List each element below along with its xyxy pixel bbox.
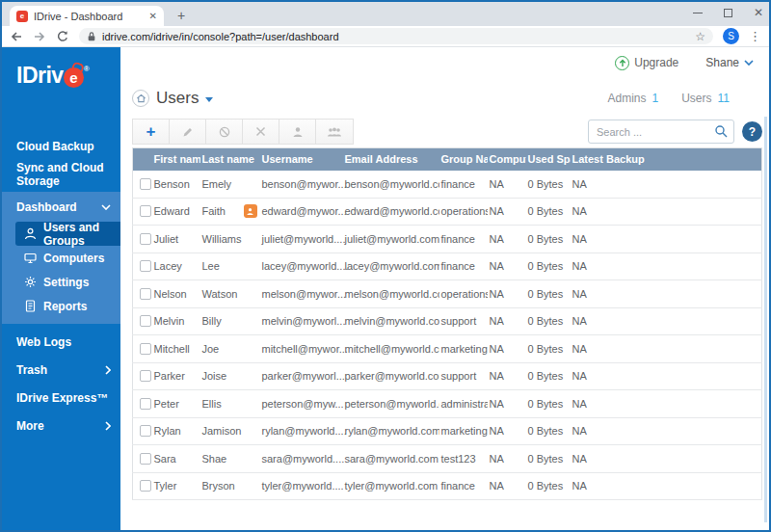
row-checkbox[interactable] <box>140 205 151 217</box>
row-checkbox[interactable] <box>140 480 151 492</box>
x-icon <box>255 126 266 137</box>
sidebar-item-trash[interactable]: Trash <box>2 356 120 384</box>
column-latest-backup[interactable]: Latest Backup <box>571 148 762 171</box>
table-row[interactable]: Melvin Billy melvin@myworl... melvin@myw… <box>133 307 762 335</box>
column-last-name[interactable]: Last name <box>200 148 260 171</box>
column-computers[interactable]: Computers <box>488 148 526 171</box>
cell-email: tyler@myworld.com <box>343 472 439 500</box>
cell-first-name: Nelson <box>152 280 200 308</box>
table-row[interactable]: Lacey Lee lacey@myworld.... lacey@myworl… <box>133 253 762 280</box>
row-checkbox[interactable] <box>140 425 151 437</box>
table-row[interactable]: Tyler Bryson tyler@myworld.... tyler@myw… <box>133 472 762 500</box>
window-minimize-icon[interactable] <box>693 13 703 13</box>
browser-tab[interactable]: e IDrive - Dashboard ✕ <box>10 6 164 26</box>
upgrade-arrow-icon <box>615 56 629 70</box>
new-tab-button[interactable]: + <box>173 8 189 23</box>
url-field[interactable]: idrive.com/idrive/in/console?path=/user/… <box>79 28 713 44</box>
profile-avatar[interactable]: S <box>723 28 739 44</box>
row-checkbox[interactable] <box>140 453 151 465</box>
cell-group-name: finance <box>439 171 488 199</box>
cell-last-name: Bryson <box>200 472 260 500</box>
sidebar-dashboard-section: Dashboard Users and Groups Computers Set… <box>2 192 120 324</box>
row-checkbox[interactable] <box>140 233 151 245</box>
help-button[interactable]: ? <box>742 121 762 142</box>
cell-computers: NA <box>488 472 526 500</box>
table-row[interactable]: Sara Shae sara@myworld.... sara@myworld.… <box>133 445 762 473</box>
bookmark-star-icon[interactable]: ☆ <box>695 30 705 43</box>
column-first-name[interactable]: First name <box>152 148 200 171</box>
back-icon[interactable] <box>10 30 23 43</box>
sidebar-item-settings[interactable]: Settings <box>15 270 120 294</box>
sidebar-item-users-and-groups[interactable]: Users and Groups <box>15 222 120 246</box>
cell-username: juliet@myworld.... <box>260 226 343 253</box>
table-row[interactable]: Peter Ellis peterson@myw... peterson@myw… <box>133 390 762 418</box>
table-row[interactable]: Juliet Williams juliet@myworld.... julie… <box>133 226 762 253</box>
sidebar-item-more[interactable]: More <box>2 412 120 439</box>
table-row[interactable]: Parker Joise parker@myworl... parker@myw… <box>133 362 762 390</box>
column-username[interactable]: Username <box>260 148 343 171</box>
refresh-icon[interactable] <box>56 30 69 43</box>
sidebar-item-reports[interactable]: Reports <box>15 294 120 318</box>
address-bar: idrive.com/idrive/in/console?path=/user/… <box>2 26 769 47</box>
admins-count[interactable]: 1 <box>652 92 659 105</box>
account-menu[interactable]: Shane <box>705 56 754 69</box>
table-row[interactable]: Benson Emely benson@mywor... benson@mywo… <box>133 171 762 199</box>
column-group-name[interactable]: Group Name <box>439 148 488 171</box>
cell-username: parker@myworl... <box>260 362 343 390</box>
users-label: Users <box>681 92 711 105</box>
cell-group-name: operations <box>439 280 488 308</box>
chevron-right-icon <box>105 421 111 431</box>
cell-last-name: Lee <box>200 253 260 280</box>
cell-group-name: support <box>439 362 488 390</box>
scrollbar-track[interactable] <box>764 117 767 522</box>
cell-first-name: Benson <box>152 171 200 199</box>
cell-used-space: 0 Bytes <box>526 226 571 253</box>
group-icon <box>327 126 342 138</box>
cell-first-name: Tyler <box>152 472 200 500</box>
row-checkbox[interactable] <box>140 343 151 355</box>
disable-user-button[interactable] <box>206 120 243 144</box>
page-title-caret-icon[interactable] <box>205 97 213 102</box>
row-checkbox[interactable] <box>140 288 151 300</box>
cell-computers: NA <box>488 253 526 280</box>
table-row[interactable]: Nelson Watson melson@mywor... melson@myw… <box>133 280 762 308</box>
upgrade-button[interactable]: Upgrade <box>615 56 678 70</box>
user-group-button[interactable] <box>316 120 353 144</box>
home-icon[interactable] <box>132 90 149 107</box>
delete-user-button[interactable] <box>243 120 279 144</box>
cell-group-name: marketing <box>439 417 488 445</box>
row-checkbox[interactable] <box>140 260 151 272</box>
block-icon <box>219 126 230 138</box>
edit-user-button[interactable] <box>170 120 206 144</box>
table-row[interactable]: Edward Faith edward@mywor... edward@mywo… <box>133 198 762 226</box>
row-checkbox[interactable] <box>140 398 151 410</box>
table-row[interactable]: Mitchell Joe mitchell@mywor... mitchell@… <box>133 335 762 363</box>
idrive-logo[interactable]: IDrive® <box>2 47 120 107</box>
table-row[interactable]: Rylan Jamison rylan@myworld.... rylan@my… <box>133 417 762 445</box>
user-stats: Admins 1 Users 11 <box>607 92 762 105</box>
sidebar-item-computers[interactable]: Computers <box>15 246 120 270</box>
cell-group-name: marketing <box>439 335 488 363</box>
users-count[interactable]: 11 <box>718 92 730 105</box>
search-icon[interactable] <box>714 124 729 139</box>
cell-email: melvin@myworld.com <box>343 307 439 335</box>
sidebar-item-sync-cloud-storage[interactable]: Sync and Cloud Storage <box>2 160 120 188</box>
row-checkbox[interactable] <box>140 315 151 327</box>
add-user-button[interactable]: + <box>133 120 170 144</box>
column-used-space[interactable]: Used Space <box>526 148 571 171</box>
sidebar-item-idrive-express[interactable]: IDrive Express™ <box>2 384 120 412</box>
window-maximize-icon[interactable] <box>724 9 732 17</box>
sidebar-item-cloud-backup[interactable]: Cloud Backup <box>2 132 120 160</box>
sidebar-item-dashboard[interactable]: Dashboard <box>2 192 120 222</box>
tab-close-icon[interactable]: ✕ <box>149 11 157 21</box>
search-input[interactable] <box>588 120 734 144</box>
row-checkbox[interactable] <box>140 370 151 382</box>
window-close-icon[interactable]: ✕ <box>754 8 763 17</box>
single-user-button[interactable] <box>279 120 316 144</box>
column-email-address[interactable]: Email Address <box>343 148 439 171</box>
cell-last-name: Joise <box>200 362 260 390</box>
sidebar-item-web-logs[interactable]: Web Logs <box>2 328 120 356</box>
browser-menu-icon[interactable]: ⋮ <box>749 29 761 43</box>
forward-icon[interactable] <box>33 30 46 43</box>
row-checkbox[interactable] <box>140 178 151 190</box>
